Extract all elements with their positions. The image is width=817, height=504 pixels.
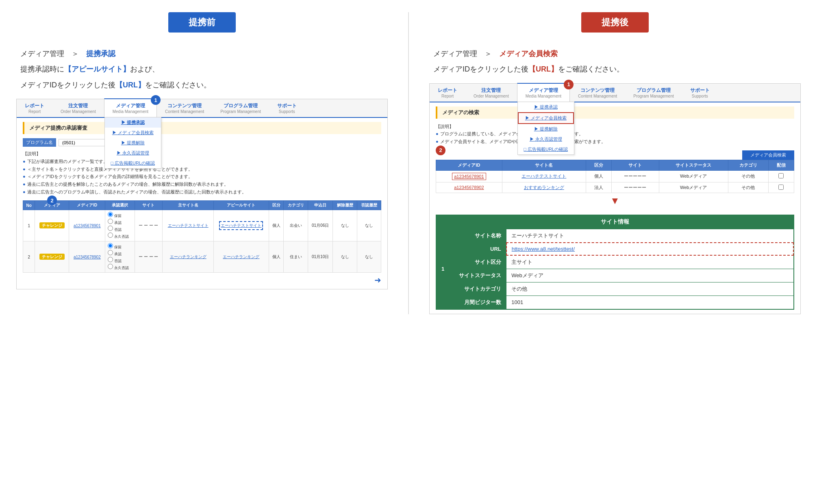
- right-nav-bar: レポート Report 注文管理 Order Management メディア管理…: [430, 84, 800, 102]
- site-info-container: サイト情報 1 サイト名称 エーハチテストサイト URL htt: [436, 215, 794, 310]
- nav-content-r[interactable]: コンテンツ管理 Content Management: [570, 84, 625, 102]
- th-release: 解除履歴: [333, 201, 357, 210]
- right-desc-line1: メディア管理 ＞ メディア会員検索: [433, 47, 797, 60]
- right-description: メディア管理 ＞ メディア会員検索 メディアIDをクリックした後【URL】をご確…: [429, 47, 801, 76]
- dropdown-item-media-search[interactable]: ▶ メディア会員検索: [105, 128, 161, 138]
- dropdown-item-media-search-r[interactable]: ▶ メディア会員検索: [518, 112, 574, 124]
- main-site-link-2[interactable]: エーハチランキング: [170, 254, 206, 259]
- left-content-area: メディア提携の承認審査 プログラム名 【説明】 ●下記が承認審査用のメディア一覧…: [17, 118, 387, 289]
- left-nav-bar: レポート Report 注文管理 Order Management メディア管理…: [17, 99, 387, 118]
- arrow-down-red: ▼: [436, 195, 794, 206]
- radio-group-2: 保留 承認 否認 永久否認: [108, 243, 132, 271]
- monthly-visitor-value: 1001: [506, 295, 793, 309]
- site-info-header: サイト情報: [436, 215, 794, 229]
- right-dropdown-menu: ▶ 提携承認 ▶ メディア会員検索 ▶ 提携解除 ▶ 永久否認管理 □ 広告掲載…: [517, 102, 574, 155]
- appeal-site-link-1[interactable]: エーハチテストサイト: [221, 223, 261, 228]
- table-row: a12345678901 エーハチテストサイト 個人 ーーーーー Webメディア…: [436, 170, 794, 182]
- delivery-check-1[interactable]: [778, 173, 784, 178]
- th-date: 申込日: [308, 201, 333, 210]
- circle-num-2-right: 2: [436, 146, 445, 155]
- left-desc-line2: 提携承認時に【アピールサイト】および、: [20, 63, 384, 76]
- nav-content[interactable]: コンテンツ管理 Content Management: [157, 99, 212, 117]
- th-site-name-r: サイト名: [502, 160, 586, 170]
- media-id-link-1[interactable]: a12345678901: [74, 224, 101, 228]
- program-filter: プログラム名: [23, 138, 381, 147]
- nav-media[interactable]: メディア管理 Media Management 1 ▶ 提携承認 ▶ メディア会…: [104, 98, 157, 117]
- site-info-row: URL https://www.a8.net/testtest/: [437, 243, 794, 255]
- left-header-area: 提携前: [16, 12, 388, 41]
- nav-order-r[interactable]: 注文管理 Order Management: [465, 84, 517, 102]
- site-info-row: サイト区分 主サイト: [437, 255, 794, 269]
- appeal-site-link-2[interactable]: エーハチランキング: [223, 254, 259, 259]
- right-panel: 提携後 メディア管理 ＞ メディア会員検索 メディアIDをクリックした後【URL…: [429, 12, 801, 314]
- nav-support-r[interactable]: サポート Supports: [682, 84, 718, 102]
- nav-program-r[interactable]: プログラム管理 Program Management: [625, 84, 682, 102]
- media-id-link-2[interactable]: a12345678902: [74, 255, 101, 259]
- dropdown-item-teikei-kaijo[interactable]: ▶ 提携解除: [105, 138, 161, 148]
- challenge-badge: チャレンジ: [39, 254, 65, 260]
- site-name-link-1[interactable]: エーハチテストサイト: [521, 174, 566, 178]
- th-kubun-r: 区分: [586, 160, 611, 170]
- site-info-row: サイトカテゴリ その他: [437, 282, 794, 295]
- panel-separator: [408, 12, 409, 314]
- challenge-badge: チャレンジ: [39, 222, 65, 228]
- th-site-r: サイト: [611, 160, 659, 170]
- right-media-id-link-1[interactable]: a12345678901: [454, 174, 484, 179]
- right-header-area: 提携後: [429, 12, 801, 41]
- radio-group-1: 保留 承認 否認 永久否認: [108, 212, 132, 239]
- dropdown-item-teikei-kaijo-r[interactable]: ▶ 提携解除: [518, 124, 574, 134]
- dropdown-item-url-confirm-r[interactable]: □ 広告掲載URLの確認: [518, 144, 574, 154]
- media-id-highlight: a12345678901: [452, 173, 486, 180]
- left-desc-line1: メディア管理 ＞ 提携承認: [20, 47, 384, 60]
- arrow-right-icon: ➜: [374, 276, 381, 285]
- main-site-link-1[interactable]: エーハチテストサイト: [168, 223, 209, 228]
- right-content-area: メディアの検索 【説明】 ●プログラムに提携している、メディア会員を検索すること…: [430, 102, 800, 314]
- left-explanation: 【説明】 ●下記が承認審査用のメディア一覧です。 ●＜主サイト名＞をクリックする…: [23, 150, 381, 196]
- left-badge: 提携前: [168, 12, 236, 33]
- nav-report-r[interactable]: レポート Report: [430, 84, 465, 102]
- url-value: https://www.a8.net/testtest/: [506, 243, 793, 255]
- nav-support[interactable]: サポート Supports: [269, 99, 305, 117]
- dropdown-item-kyuhi-r[interactable]: ▶ 永久否認管理: [518, 134, 574, 144]
- table-row: 2 チャレンジ a12345678902 保留 承認 否認 永久否認: [23, 241, 381, 273]
- site-info-table: 1 サイト名称 エーハチテストサイト URL https://www.a8.ne…: [436, 229, 794, 309]
- site-name-link-2[interactable]: おすすめランキング: [524, 185, 564, 190]
- site-name-value: エーハチテストサイト: [506, 229, 793, 243]
- th-denial: 否認履歴: [357, 201, 381, 210]
- nav-order[interactable]: 注文管理 Order Management: [52, 99, 104, 117]
- dropdown-item-teikei[interactable]: ▶ 提携承認: [105, 117, 161, 128]
- right-badge: 提携後: [581, 12, 649, 33]
- table-row: a12345678902 おすすめランキング 法人 ーーーーー Webメディア …: [436, 182, 794, 193]
- site-kubun-value: 主サイト: [506, 255, 793, 269]
- th-delivery-r: 配信: [768, 160, 794, 170]
- left-description: メディア管理 ＞ 提携承認 提携承認時に【アピールサイト】および、 メディアID…: [16, 47, 388, 91]
- arrow-right-container: ➜: [23, 275, 381, 285]
- site-info-row: 1 サイト名称 エーハチテストサイト: [437, 229, 794, 243]
- left-dropdown-menu: ▶ 提携承認 ▶ メディア会員検索 ▶ 提携解除 ▶ 永久否認管理 □ 広告掲載…: [104, 117, 161, 169]
- delivery-check-2[interactable]: [778, 185, 784, 190]
- right-media-id-link-2[interactable]: a12345678902: [454, 185, 484, 190]
- th-category-r: カテゴリ: [728, 160, 768, 170]
- left-panel: 提携前 メディア管理 ＞ 提携承認 提携承認時に【アピールサイト】および、 メデ…: [16, 12, 388, 314]
- th-approval: 承認選択: [105, 201, 135, 210]
- site-info-row: 月間ビジター数 1001: [437, 295, 794, 309]
- dropdown-item-url-confirm[interactable]: □ 広告掲載URLの確認: [105, 158, 161, 168]
- th-category: カテゴリ: [284, 201, 308, 210]
- left-table-wrapper: 2 No メディア メディアID 承認選択 サイト 主サイト名 アピールサイト: [23, 200, 381, 285]
- right-desc-line2: メディアIDをクリックした後【URL】をご確認ください。: [433, 63, 797, 76]
- dropdown-item-teikei-r[interactable]: ▶ 提携承認: [518, 102, 574, 112]
- dropdown-item-kyuhi[interactable]: ▶ 永久否認管理: [105, 148, 161, 158]
- nav-program[interactable]: プログラム管理 Program Management: [212, 99, 269, 117]
- nav-report[interactable]: レポート Report: [17, 99, 52, 117]
- th-media-id: メディアID: [69, 201, 105, 210]
- site-category-value: その他: [506, 282, 793, 295]
- right-table-wrapper: 2 メディアID サイト名 区分 サイト サイトステータス カテゴリ 配信: [436, 150, 794, 193]
- table-row: 1 チャレンジ a12345678901 保留 承認 否認 永久否認: [23, 210, 381, 241]
- th-media-id-r: メディアID: [436, 160, 502, 170]
- right-explanation: 【説明】 ●プログラムに提携している、メディア会員を検索することが出来ます。 ●…: [436, 123, 794, 146]
- url-link[interactable]: https://www.a8.net/testtest/: [512, 246, 575, 252]
- th-kubun: 区分: [269, 201, 284, 210]
- left-desc-line3: メディアIDをクリックした後【URL】をご確認ください。: [20, 78, 384, 91]
- nav-media-r[interactable]: メディア管理 Media Management 1 ▶ 提携承認 ▶ メディア会…: [517, 83, 570, 102]
- th-status-r: サイトステータス: [659, 160, 728, 170]
